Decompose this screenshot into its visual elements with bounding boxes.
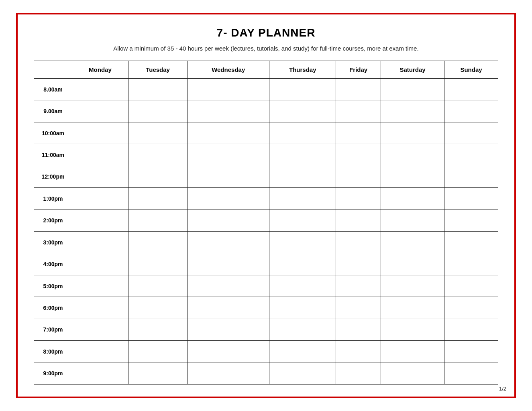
schedule-cell[interactable] [381,253,444,275]
schedule-cell[interactable] [188,319,269,340]
schedule-cell[interactable] [381,122,444,144]
schedule-cell[interactable] [336,79,381,100]
schedule-cell[interactable] [128,210,187,231]
schedule-cell[interactable] [269,297,336,319]
schedule-cell[interactable] [269,275,336,297]
schedule-cell[interactable] [188,100,269,122]
schedule-cell[interactable] [269,231,336,253]
schedule-cell[interactable] [188,122,269,144]
schedule-cell[interactable] [336,275,381,297]
schedule-cell[interactable] [128,166,187,187]
schedule-cell[interactable] [128,79,187,100]
schedule-cell[interactable] [72,319,128,340]
schedule-cell[interactable] [128,275,187,297]
schedule-cell[interactable] [269,341,336,362]
schedule-cell[interactable] [381,100,444,122]
schedule-cell[interactable] [188,166,269,187]
schedule-cell[interactable] [336,122,381,144]
schedule-cell[interactable] [72,297,128,319]
page-container: 7- DAY PLANNER Allow a minimum of 35 - 4… [16,13,516,398]
schedule-cell[interactable] [72,341,128,362]
time-cell: 7:00pm [34,319,72,340]
schedule-cell[interactable] [72,100,128,122]
schedule-cell[interactable] [269,144,336,166]
schedule-cell[interactable] [336,253,381,275]
schedule-cell[interactable] [72,253,128,275]
schedule-cell[interactable] [381,341,444,362]
schedule-cell[interactable] [381,319,444,340]
schedule-cell[interactable] [444,231,498,253]
schedule-cell[interactable] [336,100,381,122]
schedule-cell[interactable] [381,166,444,187]
schedule-cell[interactable] [444,166,498,187]
schedule-cell[interactable] [72,79,128,100]
schedule-cell[interactable] [444,122,498,144]
schedule-cell[interactable] [72,122,128,144]
schedule-cell[interactable] [269,362,336,385]
schedule-cell[interactable] [269,210,336,231]
schedule-cell[interactable] [128,341,187,362]
schedule-cell[interactable] [188,79,269,100]
schedule-cell[interactable] [188,341,269,362]
schedule-cell[interactable] [188,144,269,166]
schedule-cell[interactable] [381,144,444,166]
schedule-cell[interactable] [381,188,444,210]
schedule-cell[interactable] [336,362,381,385]
schedule-cell[interactable] [381,79,444,100]
schedule-cell[interactable] [128,319,187,340]
schedule-cell[interactable] [444,79,498,100]
schedule-cell[interactable] [444,100,498,122]
schedule-cell[interactable] [381,362,444,385]
schedule-cell[interactable] [269,253,336,275]
schedule-cell[interactable] [381,231,444,253]
schedule-cell[interactable] [269,79,336,100]
schedule-cell[interactable] [381,297,444,319]
schedule-cell[interactable] [128,122,187,144]
schedule-cell[interactable] [269,166,336,187]
schedule-cell[interactable] [128,362,187,385]
schedule-cell[interactable] [336,144,381,166]
schedule-cell[interactable] [128,188,187,210]
schedule-cell[interactable] [444,210,498,231]
schedule-cell[interactable] [444,319,498,340]
schedule-cell[interactable] [336,188,381,210]
schedule-cell[interactable] [381,210,444,231]
schedule-cell[interactable] [444,362,498,385]
schedule-cell[interactable] [444,144,498,166]
schedule-cell[interactable] [444,253,498,275]
schedule-cell[interactable] [444,341,498,362]
schedule-cell[interactable] [72,144,128,166]
schedule-cell[interactable] [381,275,444,297]
schedule-cell[interactable] [128,100,187,122]
schedule-cell[interactable] [269,122,336,144]
schedule-cell[interactable] [128,144,187,166]
schedule-cell[interactable] [72,188,128,210]
schedule-cell[interactable] [336,341,381,362]
schedule-cell[interactable] [336,297,381,319]
schedule-cell[interactable] [188,253,269,275]
schedule-cell[interactable] [336,166,381,187]
schedule-cell[interactable] [188,362,269,385]
schedule-cell[interactable] [188,188,269,210]
schedule-cell[interactable] [188,297,269,319]
schedule-cell[interactable] [72,166,128,187]
schedule-cell[interactable] [72,231,128,253]
schedule-cell[interactable] [188,275,269,297]
schedule-cell[interactable] [128,231,187,253]
schedule-cell[interactable] [72,362,128,385]
schedule-cell[interactable] [336,210,381,231]
schedule-cell[interactable] [444,188,498,210]
schedule-cell[interactable] [269,319,336,340]
schedule-cell[interactable] [444,275,498,297]
schedule-cell[interactable] [72,275,128,297]
schedule-cell[interactable] [269,188,336,210]
schedule-cell[interactable] [336,231,381,253]
schedule-cell[interactable] [269,100,336,122]
schedule-cell[interactable] [336,319,381,340]
schedule-cell[interactable] [128,253,187,275]
schedule-cell[interactable] [188,210,269,231]
schedule-cell[interactable] [188,231,269,253]
schedule-cell[interactable] [128,297,187,319]
schedule-cell[interactable] [72,210,128,231]
schedule-cell[interactable] [444,297,498,319]
